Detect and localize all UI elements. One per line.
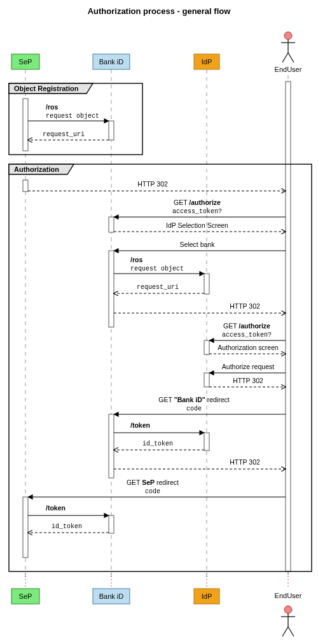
msg-idtoken-2: id_token bbox=[52, 523, 82, 530]
msg-get-authorize-1: GET /authorize bbox=[174, 199, 221, 206]
svg-text:access_token?: access_token? bbox=[172, 208, 222, 215]
msg-http302-3: HTTP 302 bbox=[233, 377, 263, 384]
msg-idtoken-1: id_token bbox=[142, 440, 173, 447]
sequence-diagram: Authorization process - general flow SeP… bbox=[0, 0, 318, 644]
participant-bank-footer: Bank iD bbox=[93, 589, 130, 604]
svg-text:IdP: IdP bbox=[202, 58, 212, 66]
msg-authorize-request: Authorize request bbox=[222, 363, 274, 370]
svg-rect-19 bbox=[23, 180, 28, 192]
svg-text:SeP: SeP bbox=[19, 58, 32, 66]
msg-token-2: /token bbox=[46, 504, 66, 512]
msg-select-bank: Select bank bbox=[180, 241, 216, 248]
msg-http302-2: HTTP 302 bbox=[230, 302, 260, 310]
msg-auth-screen: Authorization screen bbox=[218, 344, 279, 351]
svg-line-66 bbox=[282, 627, 288, 636]
svg-rect-34 bbox=[204, 340, 209, 354]
svg-line-10 bbox=[288, 53, 294, 62]
svg-text:request object: request object bbox=[130, 265, 184, 272]
participant-bank: Bank iD bbox=[93, 54, 130, 69]
participant-sep: SeP bbox=[11, 54, 39, 69]
svg-rect-50 bbox=[109, 515, 114, 533]
msg-ros-1: /ros bbox=[46, 103, 58, 111]
svg-rect-41 bbox=[109, 414, 114, 478]
msg-bankid-redirect: GET "Bank iD" redirect bbox=[158, 396, 229, 403]
svg-text:Bank iD: Bank iD bbox=[99, 58, 124, 66]
activation-sep-reg bbox=[23, 99, 28, 151]
msg-http302-1: HTTP 302 bbox=[137, 180, 168, 188]
svg-rect-29 bbox=[204, 274, 209, 294]
msg-ros-2: /ros bbox=[130, 256, 142, 263]
msg-http302-4: HTTP 302 bbox=[230, 458, 260, 466]
svg-rect-26 bbox=[109, 251, 114, 327]
activation-enduser bbox=[286, 81, 291, 571]
msg-request-uri-1: request_uri bbox=[43, 131, 85, 138]
participant-enduser-footer: EndUser bbox=[275, 592, 302, 636]
participant-enduser: EndUser bbox=[275, 32, 302, 73]
svg-rect-23 bbox=[109, 217, 114, 232]
svg-text:Authorization: Authorization bbox=[14, 165, 59, 173]
msg-ros-1-sub: request object bbox=[46, 113, 99, 120]
participant-idp: IdP bbox=[194, 54, 219, 69]
svg-text:Bank iD: Bank iD bbox=[99, 592, 124, 600]
msg-request-uri-2: request_uri bbox=[137, 284, 179, 291]
svg-text:code: code bbox=[145, 488, 160, 495]
svg-text:EndUser: EndUser bbox=[275, 592, 302, 599]
svg-text:SeP: SeP bbox=[19, 592, 32, 600]
svg-rect-43 bbox=[204, 433, 209, 451]
svg-rect-48 bbox=[23, 497, 28, 557]
svg-point-6 bbox=[284, 32, 292, 39]
svg-point-63 bbox=[284, 606, 292, 613]
svg-text:IdP: IdP bbox=[202, 592, 212, 600]
svg-text:Object Registration: Object Registration bbox=[14, 85, 79, 92]
msg-get-authorize-2: GET /authorize bbox=[223, 322, 270, 330]
diagram-title: Authorization process - general flow bbox=[88, 6, 232, 16]
svg-text:access_token?: access_token? bbox=[222, 332, 272, 339]
svg-line-67 bbox=[288, 627, 294, 636]
svg-rect-15 bbox=[109, 121, 114, 140]
participant-idp-footer: IdP bbox=[194, 589, 219, 604]
svg-rect-37 bbox=[204, 373, 209, 387]
svg-line-9 bbox=[282, 53, 288, 62]
msg-sep-redirect: GET SeP redirect bbox=[127, 479, 179, 486]
svg-text:EndUser: EndUser bbox=[275, 66, 302, 73]
msg-token-1: /token bbox=[130, 421, 150, 429]
participant-sep-footer: SeP bbox=[11, 589, 39, 604]
msg-idp-selection: IdP Selection Screen bbox=[166, 221, 228, 229]
svg-text:code: code bbox=[186, 405, 202, 412]
